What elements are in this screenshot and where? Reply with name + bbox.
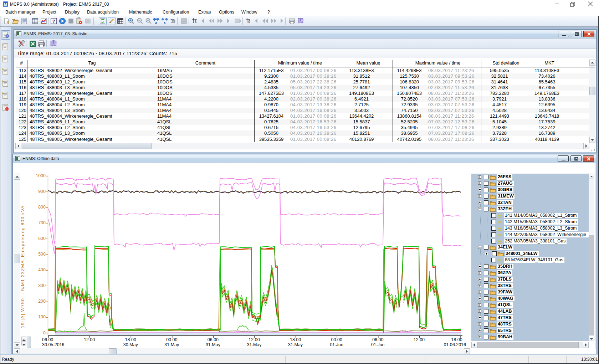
svg-text:1: 1 <box>195 19 197 23</box>
svg-text:2: 2 <box>248 19 250 23</box>
svg-text:?: ? <box>52 19 55 24</box>
svg-text:?: ? <box>301 21 303 24</box>
svg-text:x: x <box>164 21 166 25</box>
svg-text:x: x <box>155 21 157 25</box>
svg-text:?: ? <box>54 43 56 47</box>
svg-text:M: M <box>4 2 7 6</box>
